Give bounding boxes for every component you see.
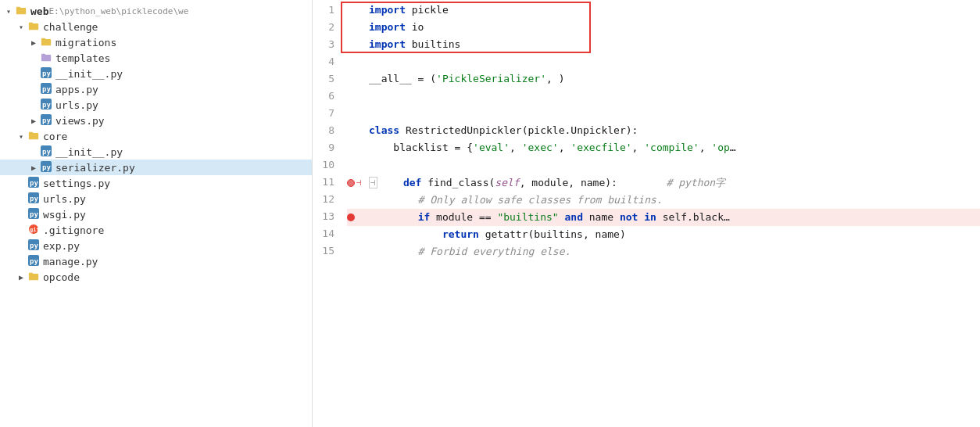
sidebar-item-urls_py[interactable]: py urls.py [0, 191, 312, 206]
code-line-10 [347, 156, 980, 174]
truncated-indicator: … [730, 139, 736, 156]
sidebar-item-web[interactable]: ▾ web E:\python_web\picklecode\we [0, 3, 312, 19]
line-number-12: 12 [313, 191, 334, 208]
svg-text:py: py [42, 101, 51, 109]
sidebar-item-init_ch[interactable]: py __init__.py [0, 66, 312, 81]
folder-icon [14, 5, 28, 17]
truncated-indicator: … [724, 209, 730, 226]
line-number-9: 9 [313, 139, 334, 156]
code-line-2: import io [347, 19, 980, 36]
sidebar-item-templates[interactable]: templates [0, 50, 312, 66]
py-file-icon: py [39, 161, 53, 174]
token-kw: class [369, 122, 399, 139]
tree-item-label: serializer.py [55, 162, 135, 174]
gutter-13 [347, 214, 369, 221]
sidebar-item-views_py[interactable]: ▶ py views.py [0, 113, 312, 128]
sidebar-item-urls_ch[interactable]: py urls.py [0, 97, 312, 113]
token-normal: __all__ = ( [369, 70, 436, 88]
py-file-icon: py [39, 145, 53, 158]
token-normal: , [699, 139, 712, 156]
token-selfkw: self [495, 174, 519, 192]
tree-arrow: ▾ [16, 132, 27, 141]
token-normal: find_class( [421, 174, 495, 192]
tree-arrow: ▶ [28, 163, 39, 172]
token-normal: pickle [528, 122, 565, 139]
tree-item-label: core [43, 131, 67, 142]
gutter-11: ⊣ [347, 174, 369, 192]
py-file-icon: py [27, 255, 41, 267]
token-kw: import [369, 36, 406, 53]
py-file-icon: py [39, 67, 53, 80]
sidebar-item-challenge[interactable]: ▾ challenge [0, 19, 312, 34]
svg-text:git: git [30, 227, 39, 233]
line-number-3: 3 [313, 36, 334, 53]
tree-item-label: templates [55, 52, 110, 64]
code-line-3: import builtins [347, 36, 980, 53]
line-number-6: 6 [313, 88, 334, 105]
tree-arrow: ▶ [16, 273, 27, 282]
token-kw: in [638, 209, 656, 226]
line-number-15: 15 [313, 242, 334, 260]
folder-icon [27, 20, 41, 33]
token-normal: builtins [406, 36, 460, 53]
token-string: 'op [711, 139, 729, 156]
svg-text:py: py [30, 179, 38, 187]
svg-text:py: py [42, 148, 51, 156]
sidebar-item-exp_py[interactable]: py exp.py [0, 238, 312, 253]
token-normal: , [632, 139, 645, 156]
sidebar-item-manage_py[interactable]: py manage.py [0, 253, 312, 269]
token-normal: getattr(builtins, name) [479, 226, 626, 243]
py-file-icon: py [27, 192, 41, 205]
token-kw: import [369, 2, 406, 19]
sidebar-item-serializer_py[interactable]: ▶ py serializer.py [0, 160, 312, 175]
code-lines: import pickleimport ioimport builtins__a… [341, 0, 980, 427]
line-numbers: 123456789101112131415 [313, 0, 341, 427]
token-normal: self.black [656, 209, 724, 226]
line-number-13: 13 [313, 208, 334, 225]
code-line-12: # Only allow safe classes from builtins. [347, 192, 980, 209]
token-string: 'execfile' [570, 139, 631, 156]
line-number-2: 2 [313, 19, 334, 36]
token-kw: import [369, 19, 406, 36]
code-line-6 [347, 88, 980, 105]
code-line-8: class RestrictedUnpickler(pickle.Unpickl… [347, 122, 980, 139]
code-editor: 123456789101112131415 import pickleimpor… [313, 0, 980, 427]
code-line-5: __all__ = ('PickleSerializer', ) [347, 70, 980, 88]
token-normal: module == [430, 209, 497, 226]
sidebar-item-apps_py[interactable]: py apps.py [0, 81, 312, 97]
tree-item-label: .gitignore [43, 224, 104, 236]
file-tree[interactable]: ▾ web E:\python_web\picklecode\we ▾ chal… [0, 0, 313, 427]
sidebar-item-opcode[interactable]: ▶ opcode [0, 269, 312, 285]
svg-text:py: py [42, 85, 51, 93]
tree-item-label: urls.py [43, 193, 86, 205]
token-kw: def [379, 174, 422, 192]
token-normal: name [583, 209, 620, 226]
token-normal: , module, name): [520, 174, 617, 192]
folder-purple-icon [39, 52, 53, 64]
py-file-icon: py [39, 83, 53, 95]
sidebar-item-gitignore[interactable]: git .gitignore [0, 222, 312, 238]
svg-text:py: py [42, 117, 51, 124]
sidebar-item-wsgi_py[interactable]: py wsgi.py [0, 206, 312, 222]
svg-text:py: py [30, 257, 38, 265]
sidebar-item-migrations[interactable]: ▶ migrations [0, 34, 312, 50]
fold-icon[interactable]: ⊣ [369, 177, 377, 188]
token-normal [369, 226, 442, 243]
folder-icon [27, 130, 41, 142]
line-number-4: 4 [313, 53, 334, 70]
folder-icon [27, 271, 41, 283]
svg-text:py: py [30, 242, 38, 249]
code-area: 123456789101112131415 import pickleimpor… [313, 0, 980, 427]
sidebar-item-settings_py[interactable]: py settings.py [0, 175, 312, 191]
token-normal: , [559, 139, 571, 156]
sidebar-item-core[interactable]: ▾ core [0, 128, 312, 144]
svg-text:py: py [42, 70, 51, 77]
token-kw: if [418, 209, 431, 226]
line-number-7: 7 [313, 105, 334, 122]
sidebar-item-init_core[interactable]: py __init__.py [0, 144, 312, 160]
breakpoint-target [347, 179, 355, 187]
token-kw: and [564, 209, 582, 226]
code-line-14: return getattr(builtins, name) [347, 226, 980, 243]
tree-item-label: opcode [43, 271, 80, 283]
tree-item-label: apps.py [55, 84, 98, 95]
